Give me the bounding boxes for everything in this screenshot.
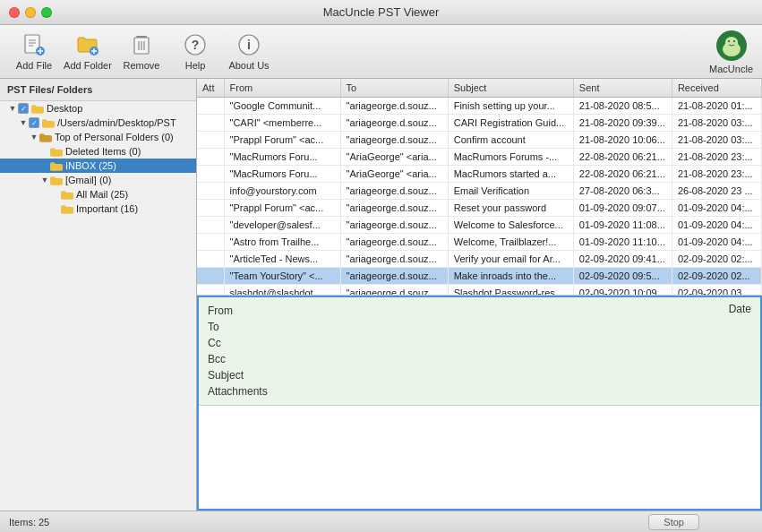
table-row[interactable]: "Prappl Forum" <ac..."ariageorge.d.souz.…	[197, 200, 762, 217]
table-row[interactable]: "CARI" <memberre..."ariageorge.d.souz...…	[197, 115, 762, 132]
cell-to: "ariageorge.d.souz...	[340, 200, 448, 217]
right-panel: Att From To Subject Sent Received "Googl…	[197, 79, 762, 511]
cell-from: "MacRumors Foru...	[224, 149, 340, 166]
add-folder-button[interactable]: Add Folder	[63, 29, 113, 75]
cell-att	[197, 149, 224, 166]
col-header-received[interactable]: Received	[672, 79, 761, 98]
sidebar-item-all-mail[interactable]: ▶ All Mail (25)	[0, 187, 196, 202]
cell-to: "AriaGeorge" <aria...	[340, 166, 448, 183]
table-row[interactable]: "MacRumors Foru..."AriaGeorge" <aria...M…	[197, 166, 762, 183]
close-button[interactable]	[9, 7, 20, 18]
sidebar-header: PST Files/ Folders	[0, 79, 196, 101]
toggle-desktop[interactable]: ▼	[7, 103, 18, 114]
cell-from: slashdot@slashdot...	[224, 285, 340, 296]
svg-point-25	[733, 40, 735, 42]
preview-subject-label: Subject	[208, 369, 270, 382]
help-label: Help	[185, 60, 206, 71]
sidebar-item-important[interactable]: ▶ Important (16)	[0, 202, 196, 216]
email-tbody: "Google Communit..."ariageorge.d.souz...…	[197, 98, 762, 296]
col-header-to[interactable]: To	[340, 79, 448, 98]
cell-to: "ariageorge.d.souz...	[340, 98, 448, 115]
help-icon: ?	[183, 32, 208, 57]
cell-to: "ariageorge.d.souz...	[340, 234, 448, 251]
col-header-subject[interactable]: Subject	[448, 79, 573, 98]
preview-cc-label: Cc	[208, 337, 270, 349]
sidebar-item-desktop[interactable]: ▼ Desktop	[0, 101, 196, 116]
cell-received: 01-09-2020 04:...	[672, 217, 761, 234]
cell-sent: 02-09-2020 09:5...	[573, 268, 672, 285]
cell-sent: 01-09-2020 11:08...	[573, 217, 672, 234]
checkbox-users-path[interactable]	[29, 117, 39, 128]
cell-subject: Verify your email for Ar...	[448, 251, 573, 268]
folder-icon-important	[61, 204, 73, 214]
checkbox-desktop[interactable]	[18, 103, 29, 114]
cell-sent: 01-09-2020 09:07...	[573, 200, 672, 217]
cell-sent: 27-08-2020 06:3...	[573, 183, 672, 200]
maximize-button[interactable]	[41, 7, 52, 18]
cell-sent: 22-08-2020 06:21...	[573, 149, 672, 166]
cell-received: 21-08-2020 01:...	[672, 98, 761, 115]
add-file-button[interactable]: Add File	[9, 29, 59, 75]
cell-att	[197, 217, 224, 234]
cell-subject: CARI Registration Guid...	[448, 115, 573, 132]
table-row[interactable]: "developer@salesf..."ariageorge.d.souz..…	[197, 217, 762, 234]
email-list-container[interactable]: Att From To Subject Sent Received "Googl…	[197, 79, 762, 296]
help-button[interactable]: ? Help	[170, 29, 220, 75]
about-us-icon: i	[236, 32, 261, 57]
table-row[interactable]: "Google Communit..."ariageorge.d.souz...…	[197, 98, 762, 115]
folder-icon-gmail	[50, 176, 63, 185]
remove-button[interactable]: Remove	[116, 29, 167, 75]
stop-button[interactable]: Stop	[648, 514, 699, 530]
cell-sent: 21-08-2020 09:39...	[573, 115, 672, 132]
sidebar-label-gmail: [Gmail] (0)	[65, 175, 111, 185]
email-list-scroll[interactable]: Att From To Subject Sent Received "Googl…	[197, 79, 762, 295]
cell-to: "ariageorge.d.souz...	[340, 115, 448, 132]
cell-received: 21-08-2020 03:...	[672, 132, 761, 149]
preview-from-field: From	[208, 303, 270, 319]
title-bar: MacUncle PST Viewer	[0, 0, 762, 25]
preview-bcc-label: Bcc	[208, 353, 270, 365]
cell-to: "AriaGeorge" <aria...	[340, 149, 448, 166]
preview-from-label: From	[208, 305, 270, 317]
sidebar-item-users-path[interactable]: ▼ /Users/admin/Desktop/PST	[0, 116, 196, 130]
col-header-from[interactable]: From	[224, 79, 340, 98]
cell-att	[197, 251, 224, 268]
col-header-att[interactable]: Att	[197, 79, 224, 98]
svg-text:?: ?	[192, 38, 200, 52]
sidebar-item-top-personal[interactable]: ▼ Top of Personal Folders (0)	[0, 130, 196, 144]
table-row[interactable]: info@yourstory.com"ariageorge.d.souz...E…	[197, 183, 762, 200]
cell-sent: 22-08-2020 06:21...	[573, 166, 672, 183]
sidebar-item-deleted-items[interactable]: ▶ Deleted Items (0)	[0, 144, 196, 159]
toggle-top-personal[interactable]: ▼	[29, 132, 39, 142]
cell-sent: 02-09-2020 09:41...	[573, 251, 672, 268]
col-header-sent[interactable]: Sent	[573, 79, 672, 98]
preview-header: From To Cc Bcc	[199, 297, 760, 406]
toggle-gmail[interactable]: ▼	[39, 175, 50, 185]
about-us-button[interactable]: i About Us	[224, 29, 274, 75]
status-items-text: Items: 25	[9, 517, 49, 528]
sidebar-item-gmail[interactable]: ▼ [Gmail] (0)	[0, 173, 196, 187]
cell-subject: Slashdot Password-res...	[448, 285, 573, 296]
table-row[interactable]: slashdot@slashdot..."ariageorge.d.souz..…	[197, 285, 762, 296]
cell-from: "MacRumors Foru...	[224, 166, 340, 183]
sidebar-label-important: Important (16)	[76, 203, 138, 214]
cell-sent: 02-09-2020 10:09...	[573, 285, 672, 296]
sidebar-item-inbox[interactable]: ▶ INBOX (25)	[0, 159, 196, 173]
cell-received: 21-08-2020 23:...	[672, 166, 761, 183]
table-row[interactable]: "Team YourStory" <..."ariageorge.d.souz.…	[197, 268, 762, 285]
sidebar-label-deleted-items: Deleted Items (0)	[65, 146, 141, 157]
cell-from: "Prappl Forum" <ac...	[224, 132, 340, 149]
cell-subject: Welcome, Trailblazer!...	[448, 234, 573, 251]
toggle-users-path[interactable]: ▼	[18, 117, 29, 128]
table-row[interactable]: "Prappl Forum" <ac..."ariageorge.d.souz.…	[197, 132, 762, 149]
sidebar-label-top-personal: Top of Personal Folders (0)	[55, 132, 174, 142]
table-row[interactable]: "Astro from Trailhe..."ariageorge.d.souz…	[197, 234, 762, 251]
add-folder-label: Add Folder	[64, 60, 112, 71]
table-row[interactable]: "ArticleTed - News..."ariageorge.d.souz.…	[197, 251, 762, 268]
macuncle-label: MacUncle	[709, 64, 753, 74]
add-folder-icon	[75, 32, 100, 57]
table-row[interactable]: "MacRumors Foru..."AriaGeorge" <aria...M…	[197, 149, 762, 166]
cell-sent: 21-08-2020 08:5...	[573, 98, 672, 115]
folder-icon-inbox	[50, 161, 63, 171]
minimize-button[interactable]	[25, 7, 36, 18]
